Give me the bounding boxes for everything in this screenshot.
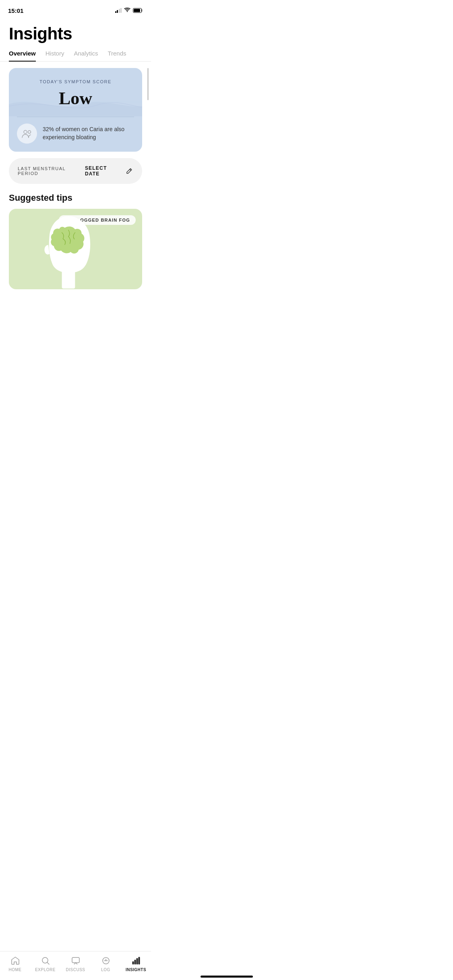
suggested-tips-title: Suggested tips xyxy=(9,193,142,203)
symptom-card: TODAY'S SYMPTOM SCORE Low 32% of wome xyxy=(9,68,142,152)
community-icon xyxy=(17,124,37,144)
lmp-action[interactable]: SELECT DATE xyxy=(85,165,133,177)
battery-icon xyxy=(133,8,143,13)
tabs-container: Overview History Analytics Trends xyxy=(0,47,151,62)
status-bar: 15:01 xyxy=(0,0,151,18)
tab-analytics[interactable]: Analytics xyxy=(74,50,98,62)
page-title: Insights xyxy=(0,18,151,47)
tab-overview[interactable]: Overview xyxy=(9,50,36,62)
tab-trends[interactable]: Trends xyxy=(108,50,126,62)
svg-point-3 xyxy=(28,131,31,134)
brain-illustration xyxy=(32,209,105,289)
main-scroll: Insights Overview History Analytics Tren… xyxy=(0,18,151,336)
status-icons xyxy=(115,7,143,14)
wave-decoration xyxy=(9,92,142,116)
edit-icon xyxy=(125,167,133,175)
symptom-score-label: TODAY'S SYMPTOM SCORE xyxy=(17,79,134,84)
lmp-select-date: SELECT DATE xyxy=(85,165,122,177)
lmp-row[interactable]: LAST MENSTRUAL PERIOD SELECT DATE xyxy=(9,158,142,184)
svg-point-2 xyxy=(24,130,27,134)
card-divider xyxy=(17,117,134,117)
status-time: 15:01 xyxy=(8,7,23,14)
svg-rect-4 xyxy=(62,270,75,288)
svg-rect-1 xyxy=(134,9,140,12)
lmp-label: LAST MENSTRUAL PERIOD xyxy=(18,166,85,176)
signal-icon xyxy=(115,8,122,13)
community-stat-text: 32% of women on Caria are also experienc… xyxy=(43,126,134,141)
wifi-icon xyxy=(124,7,130,14)
content-area: TODAY'S SYMPTOM SCORE Low 32% of wome xyxy=(0,62,151,296)
scroll-indicator xyxy=(147,68,149,100)
tip-card-brain-fog[interactable]: YOU LOGGED BRAIN FOG xyxy=(9,209,142,289)
people-icon xyxy=(21,129,33,138)
tab-history[interactable]: History xyxy=(46,50,64,62)
community-stat: 32% of women on Caria are also experienc… xyxy=(17,124,134,144)
